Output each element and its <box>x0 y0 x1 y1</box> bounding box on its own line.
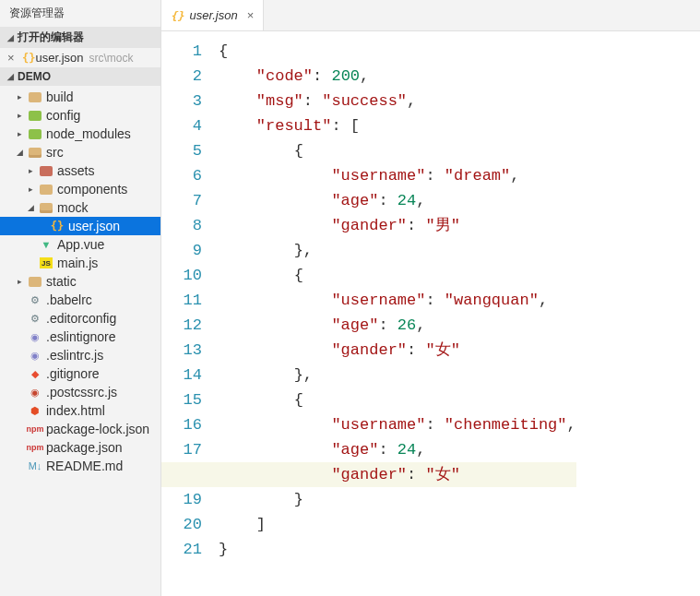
code-line[interactable]: "gander": "女" <box>161 462 576 487</box>
editor: {} user.json × 1234567891011121314151617… <box>161 0 700 596</box>
code-line[interactable]: } <box>219 487 576 512</box>
code-line[interactable]: "gander": "男" <box>219 213 576 238</box>
code-line[interactable]: "code": 200, <box>219 64 576 89</box>
postcss-icon: ◉ <box>28 385 42 399</box>
line-number: 17 <box>161 437 202 462</box>
code-line[interactable]: "username": "wangquan", <box>219 288 576 313</box>
code-area[interactable]: 123456789101112131415161718192021 { "cod… <box>161 31 700 596</box>
file-index-html[interactable]: ⬢index.html <box>0 401 160 420</box>
open-editor-item[interactable]: × {} user.json src\mock <box>0 48 160 67</box>
chevron-right-icon: ▸ <box>26 185 35 194</box>
file--eslintignore[interactable]: ◉.eslintignore <box>0 328 160 346</box>
line-number: 13 <box>161 338 202 363</box>
config-icon: ⚙ <box>28 311 42 326</box>
code-line[interactable]: ] <box>219 512 576 537</box>
folder-components[interactable]: ▸components <box>0 180 160 198</box>
folder-node-modules[interactable]: ▸node_modules <box>0 125 160 143</box>
open-editor-filename: user.json <box>35 51 83 65</box>
folder-icon <box>28 274 42 289</box>
tree-item-label: .babelrc <box>46 292 92 307</box>
file-App-vue[interactable]: ▼App.vue <box>0 235 160 254</box>
open-editors-label: 打开的编辑器 <box>18 30 84 45</box>
tree-item-label: .eslintignore <box>46 329 116 344</box>
file--eslintrc-js[interactable]: ◉.eslintrc.js <box>0 346 160 364</box>
file-package-json[interactable]: npmpackage.json <box>0 438 160 457</box>
code-line[interactable]: "age": 24, <box>219 437 576 462</box>
tree-item-label: .postcssrc.js <box>46 385 117 399</box>
eslint-icon: ◉ <box>28 329 42 344</box>
tree-item-label: README.md <box>46 459 123 473</box>
open-editors-header[interactable]: ◢ 打开的编辑器 <box>0 27 160 48</box>
line-number: 5 <box>161 138 202 163</box>
file-user-json[interactable]: {}user.json <box>0 217 160 235</box>
tree-item-label: package.json <box>46 440 123 455</box>
folder-src[interactable]: ◢src <box>0 143 160 161</box>
sidebar-title: 资源管理器 <box>0 0 160 27</box>
chevron-down-icon: ◢ <box>15 148 24 157</box>
code-content[interactable]: { "code": 200, "msg": "success", "result… <box>219 31 576 596</box>
file--babelrc[interactable]: ⚙.babelrc <box>0 291 160 309</box>
code-line[interactable]: "age": 26, <box>219 313 576 338</box>
code-line[interactable]: { <box>219 387 576 412</box>
line-number: 12 <box>161 313 202 338</box>
code-line[interactable]: { <box>219 39 576 64</box>
code-line[interactable]: { <box>219 138 576 163</box>
folder-open-icon <box>39 200 53 215</box>
tab-user-json[interactable]: {} user.json × <box>161 0 264 30</box>
folder-green-icon <box>28 126 42 141</box>
line-number: 16 <box>161 412 202 437</box>
file--editorconfig[interactable]: ⚙.editorconfig <box>0 309 160 328</box>
chevron-right-icon: ▸ <box>15 111 24 120</box>
file--postcssrc-js[interactable]: ◉.postcssrc.js <box>0 383 160 401</box>
close-icon[interactable]: × <box>7 51 18 65</box>
code-line[interactable]: "age": 24, <box>219 188 576 213</box>
tree-item-label: .gitignore <box>46 366 100 381</box>
folder-assets[interactable]: ▸assets <box>0 161 160 180</box>
line-gutter: 123456789101112131415161718192021 <box>161 31 219 596</box>
folder-config[interactable]: ▸config <box>0 106 160 125</box>
file-main-js[interactable]: JSmain.js <box>0 254 160 272</box>
chevron-right-icon: ▸ <box>15 92 24 101</box>
tree-item-label: assets <box>57 163 94 178</box>
line-number: 15 <box>161 387 202 412</box>
folder-build[interactable]: ▸build <box>0 88 160 106</box>
line-number: 3 <box>161 89 202 113</box>
folder-red-icon <box>39 163 53 178</box>
line-number: 6 <box>161 163 202 188</box>
line-number: 9 <box>161 238 202 263</box>
code-line[interactable]: { <box>219 263 576 288</box>
line-number: 19 <box>161 487 202 512</box>
close-icon[interactable]: × <box>247 8 255 22</box>
code-line[interactable]: "result": [ <box>219 113 576 138</box>
eslint-icon: ◉ <box>28 348 42 363</box>
folder-static[interactable]: ▸static <box>0 272 160 291</box>
line-number: 14 <box>161 363 202 387</box>
folder-mock[interactable]: ◢mock <box>0 198 160 217</box>
vue-icon: ▼ <box>39 237 53 252</box>
project-label: DEMO <box>18 70 51 83</box>
file-README-md[interactable]: M↓README.md <box>0 457 160 475</box>
line-number: 7 <box>161 188 202 213</box>
tab-label: user.json <box>189 8 237 22</box>
code-line[interactable]: "username": "dream", <box>219 163 576 188</box>
folder-icon <box>39 182 53 197</box>
code-line[interactable]: } <box>219 537 576 562</box>
sidebar: 资源管理器 ◢ 打开的编辑器 × {} user.json src\mock ◢… <box>0 0 161 596</box>
file--gitignore[interactable]: ◆.gitignore <box>0 364 160 383</box>
tree-item-label: main.js <box>57 256 98 270</box>
json-icon: {} <box>171 9 184 22</box>
project-header[interactable]: ◢ DEMO <box>0 67 160 86</box>
code-line[interactable]: }, <box>219 238 576 263</box>
file-tree: ▸build▸config▸node_modules◢src▸assets▸co… <box>0 86 160 596</box>
code-line[interactable]: "msg": "success", <box>219 89 576 113</box>
code-line[interactable]: "gander": "女" <box>219 338 576 363</box>
tree-item-label: static <box>46 274 77 289</box>
code-line[interactable]: "username": "chenmeiting", <box>219 412 576 437</box>
line-number: 8 <box>161 213 202 238</box>
tree-item-label: package-lock.json <box>46 422 149 436</box>
code-line[interactable]: }, <box>219 363 576 387</box>
tree-item-label: node_modules <box>46 126 131 141</box>
line-number: 11 <box>161 288 202 313</box>
file-package-lock-json[interactable]: npmpackage-lock.json <box>0 420 160 438</box>
npm-icon: npm <box>28 440 42 455</box>
